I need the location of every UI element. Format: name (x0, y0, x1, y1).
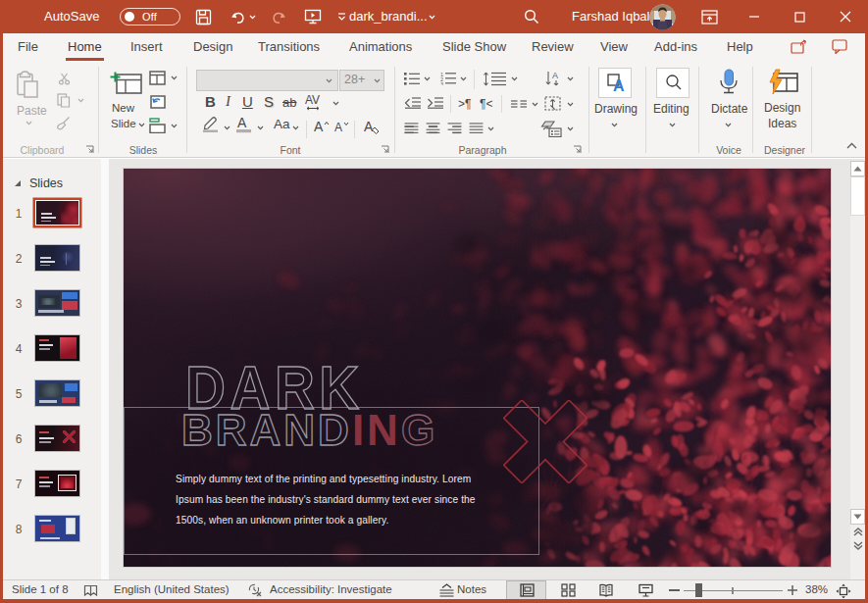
svg-text:A: A (334, 121, 342, 134)
svg-text:3: 3 (440, 81, 443, 85)
svg-text:A: A (613, 77, 625, 92)
svg-text:A: A (552, 71, 558, 80)
svg-text:A: A (314, 119, 324, 134)
svg-text:AV: AV (305, 94, 320, 107)
svg-text:A: A (364, 119, 374, 134)
